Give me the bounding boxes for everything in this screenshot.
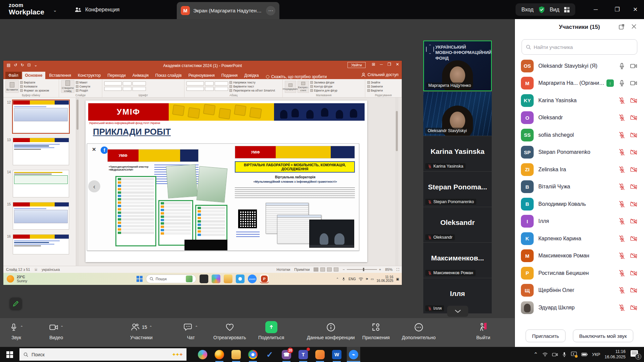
participant-row[interactable]: MМаргарита На... (Организатор)↑ (515, 75, 644, 92)
ribbon-control[interactable] (186, 87, 204, 91)
tray-chevron-icon[interactable]: ⌃ (534, 351, 538, 358)
ribbon-button-Контур фігури[interactable]: Контур фігури (310, 85, 337, 88)
ribbon-button-Заливка фігури[interactable]: Заливка фігури (310, 81, 337, 84)
toolbar-info-button[interactable]: Данные конференции (307, 321, 355, 340)
notification-center-icon[interactable]: 1 (630, 350, 641, 360)
spellcheck-icon[interactable]: ⌸ (35, 267, 37, 272)
participant-row[interactable]: BВіталій Чужа (515, 178, 644, 196)
strip-collapse-button[interactable] (447, 306, 468, 317)
chevron-up-icon[interactable]: ⌃ (60, 325, 63, 329)
ribbon-button-Ефекти для фігур[interactable]: Ефекти для фігур (310, 89, 337, 92)
ppt-tab-Довідка[interactable]: Довідка (241, 72, 262, 79)
tray-mic-icon[interactable] (341, 277, 346, 281)
ppt-tab-Конструктор[interactable]: Конструктор (75, 72, 104, 79)
toolbar-audio-button[interactable]: ⌃Звук (9, 321, 23, 340)
ribbon-button-Створити слайд[interactable]: Створити слайд (61, 80, 74, 93)
window-minimize-button[interactable]: ─ (586, 0, 605, 19)
ppt-tab-Переходи[interactable]: Переходи (104, 72, 128, 79)
zoom-level[interactable]: 85% (385, 267, 392, 272)
view-button[interactable]: Вид (550, 7, 559, 13)
edge-app-icon[interactable] (236, 275, 245, 283)
window-close-button[interactable]: ✕ (627, 0, 644, 19)
taskbar-app-teams[interactable]: T (297, 347, 310, 362)
taskbar-app-photos[interactable] (313, 347, 327, 362)
win11-start-button[interactable] (137, 276, 143, 282)
video-tile-Маргарита Надутенко[interactable]: УКРАЇНСЬКИЙМОВНО-ІНФОРМАЦІЙНИЙФОНД Марга… (423, 41, 492, 91)
slide-thumbnail-13[interactable]: 13 (13, 138, 69, 165)
desktop-clock[interactable]: 11:16 16.06.2025 (376, 275, 393, 283)
view-switcher[interactable] (314, 267, 338, 272)
ppt-tab-Вставлення[interactable]: Вставлення (46, 72, 74, 79)
participant-row[interactable]: IІлля (515, 213, 644, 230)
zoom-slider[interactable]: −+ (342, 267, 381, 272)
participant-row[interactable]: SPStepan Ponomarenko (515, 144, 644, 161)
tray-cast-icon[interactable] (571, 352, 577, 358)
thumbnail-scrollbar[interactable] (76, 98, 79, 266)
ppt-tab-Файл[interactable]: Файл (5, 72, 21, 79)
ribbon-control[interactable] (132, 87, 146, 91)
ribbon-button-Розділ[interactable]: Розділ (76, 89, 90, 92)
login-button[interactable]: Вход (521, 7, 533, 13)
slide-thumbnail-16[interactable]: 16 (13, 234, 69, 254)
video-tile-Oleksandr Stavytskyi[interactable]: Oleksandr Stavytskyi (423, 92, 492, 136)
ppt-minimize-button[interactable]: ─ (380, 62, 383, 67)
ribbon-button-Копіювати[interactable]: Копіювати (20, 85, 49, 88)
taskbar-language[interactable]: УКР (592, 352, 600, 357)
ribbon-button-Експрес-стилі[interactable]: Експрес-стилі (298, 81, 309, 93)
invite-button[interactable]: Пригласить (526, 329, 565, 342)
participant-row[interactable]: BВолодимир Коваль (515, 195, 644, 213)
taskbar-app-word[interactable]: W (330, 347, 343, 362)
annotation-button[interactable] (10, 298, 22, 310)
participant-row[interactable]: ЩЩербінін Олег (515, 282, 644, 299)
ribbon-control[interactable] (104, 81, 122, 85)
participant-row[interactable]: KYKarina Yasinska (515, 92, 644, 109)
ribbon-button-Формат за зразком[interactable]: Формат за зразком (20, 89, 49, 92)
ribbon-button-Напрямок тексту[interactable]: Напрямок тексту (229, 81, 275, 84)
slide-thumbnail-12[interactable]: 12 (13, 100, 69, 133)
toolbar-leave-button[interactable]: Выйти (476, 321, 490, 340)
ppt-tab-Рецензування[interactable]: Рецензування (185, 72, 218, 79)
participant-row[interactable]: PРостислав Бецишен (515, 264, 644, 282)
slide-scrollbar[interactable] (395, 98, 398, 266)
taskbar-app-zoom[interactable]: ⌁ (347, 347, 360, 362)
logo-chevron-icon[interactable]: ⌄ (53, 7, 57, 13)
ppt-close-button[interactable]: ✕ (396, 62, 399, 67)
tab-screen-share[interactable]: M Экран (Маргарита Надутенко) ⋯ (177, 2, 279, 19)
desktop-notification-icon[interactable]: ▣ (396, 277, 399, 281)
tray-mic-icon[interactable] (562, 352, 567, 357)
ribbon-control[interactable] (123, 87, 131, 91)
panel-popout-icon[interactable] (619, 24, 625, 31)
ppt-tab-Подання[interactable]: Подання (218, 72, 240, 79)
participant-row[interactable]: ZIZelinska Ira (515, 161, 644, 178)
taskbar-app-viber[interactable]: ☎20 (280, 347, 293, 362)
participant-row[interactable]: KКарпенко Карина (515, 230, 644, 247)
screen-tab-menu-icon[interactable]: ⋯ (266, 6, 275, 15)
ppt-sign-in-button[interactable]: Увійти (347, 62, 366, 68)
taskbar-clock[interactable]: 11:16 16.06.2025 (604, 349, 626, 360)
taskbar-search-box[interactable]: Поиск ✦✦✦ (19, 348, 186, 361)
participant-row[interactable]: OSOleksandr Stavytskyi (Я) (515, 57, 644, 75)
taskbar-app-todo[interactable]: ✓ (263, 347, 276, 362)
participant-row[interactable]: OOleksandr (515, 109, 644, 127)
ribbon-control[interactable] (132, 81, 146, 85)
ppt-ribbon-options-icon[interactable]: ⊞ (372, 62, 375, 67)
language-indicator[interactable]: українська (42, 267, 60, 272)
ppt-restore-button[interactable]: ❐ (387, 62, 391, 67)
participant-row[interactable]: MМаксименков Роман (515, 247, 644, 265)
mute-my-audio-button[interactable]: Выключить мой звук (573, 329, 633, 342)
toolbar-video-button[interactable]: ⌃Видео (49, 321, 63, 340)
ribbon-control[interactable] (186, 81, 204, 85)
ppt-share-button[interactable]: Спільний доступ (361, 72, 398, 77)
name-tile-Oleksandr[interactable]: Oleksandr Oleksandr (423, 207, 492, 242)
ribbon-button-Виділити[interactable]: Виділити (367, 89, 383, 92)
taskbar-app-firefox[interactable] (213, 347, 226, 362)
ppt-tab-Основне[interactable]: Основне (22, 72, 46, 79)
powerpoint-app-icon[interactable]: P (260, 275, 269, 283)
taskbar-app-chrome[interactable] (246, 347, 260, 362)
explorer-app-icon[interactable] (224, 275, 232, 283)
ribbon-button-Упорядкувати[interactable]: Упорядкувати (285, 81, 296, 93)
collage-prev-arrow[interactable]: ‹ (88, 180, 100, 192)
toolbar-chat-button[interactable]: ⌃Чат (184, 321, 198, 340)
tray-language[interactable]: ENG (348, 277, 356, 281)
snip-app-icon[interactable] (200, 275, 208, 283)
